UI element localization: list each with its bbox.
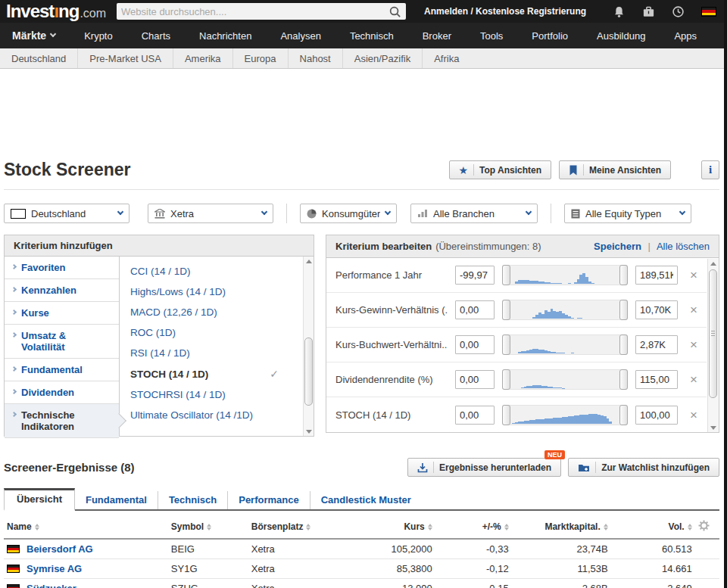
max-input[interactable] bbox=[635, 335, 678, 354]
site-search[interactable] bbox=[117, 3, 406, 20]
category-kurse[interactable]: Kurse bbox=[5, 302, 119, 325]
nav-analysen[interactable]: Analysen bbox=[266, 30, 335, 42]
investing-logo[interactable]: Investıng .com bbox=[6, 1, 106, 22]
slider-handle-right[interactable] bbox=[619, 300, 628, 320]
nav-ausbildung[interactable]: Ausbildung bbox=[582, 30, 660, 42]
clear-all-link[interactable]: Alle löschen bbox=[657, 241, 710, 252]
indicator-stochrsi[interactable]: STOCHRSI (14 / 1D) bbox=[130, 384, 298, 405]
tab-technisch[interactable]: Technisch bbox=[158, 491, 228, 509]
remove-criterion-icon[interactable]: × bbox=[685, 409, 702, 422]
nav-charts[interactable]: Charts bbox=[127, 30, 185, 42]
min-input[interactable] bbox=[455, 406, 495, 425]
scroll-down-arrow[interactable] bbox=[708, 423, 719, 432]
search-input[interactable] bbox=[121, 6, 388, 17]
max-input[interactable] bbox=[635, 300, 678, 319]
language-german-flag-icon[interactable] bbox=[701, 7, 716, 17]
category-dividenden[interactable]: Dividenden bbox=[5, 381, 119, 404]
remove-criterion-icon[interactable]: × bbox=[685, 373, 702, 386]
download-results-button[interactable]: Ergebnisse herunterladen bbox=[407, 458, 561, 477]
slider-handle-left[interactable] bbox=[502, 265, 510, 285]
indicator-ultimate-oscillator[interactable]: Ultimate Oscillator (14 /1D) bbox=[130, 405, 298, 425]
subnav-afrika[interactable]: Afrika bbox=[423, 48, 470, 68]
indicator-stoch-selected[interactable]: STOCH (14 / 1D)✓ bbox=[130, 363, 298, 384]
save-link[interactable]: Speichern bbox=[594, 241, 641, 252]
column-settings-gear-icon[interactable] bbox=[698, 520, 710, 531]
min-input[interactable] bbox=[455, 370, 495, 389]
category-kennzahlen[interactable]: Kennzahlen bbox=[5, 279, 119, 302]
category-umsatz-volatilitaet[interactable]: Umsatz & Volatilität bbox=[5, 325, 119, 359]
sector-select[interactable]: Konsumgüter / nicht z bbox=[300, 204, 397, 223]
slider-handle-left[interactable] bbox=[502, 300, 510, 320]
indicator-highs-lows[interactable]: Highs/Lows (14 / 1D) bbox=[130, 282, 298, 302]
max-input[interactable] bbox=[635, 406, 678, 425]
remove-criterion-icon[interactable]: × bbox=[685, 269, 702, 282]
subnav-premarket-usa[interactable]: Pre-Market USA bbox=[78, 48, 173, 68]
scroll-up-arrow[interactable] bbox=[304, 257, 314, 266]
indicator-roc[interactable]: ROC (1D) bbox=[130, 322, 298, 343]
subnav-amerika[interactable]: Amerika bbox=[173, 48, 233, 68]
nav-technisch[interactable]: Technisch bbox=[335, 30, 408, 42]
criteria-scrollbar[interactable] bbox=[707, 259, 719, 432]
slider-handle-right[interactable] bbox=[619, 369, 628, 390]
notifications-bell-icon[interactable] bbox=[613, 5, 626, 18]
scroll-down-arrow[interactable] bbox=[304, 427, 314, 436]
category-technische-indikatoren[interactable]: Technische Indikatoren bbox=[5, 404, 119, 438]
nav-portfolio[interactable]: Portfolio bbox=[517, 30, 582, 42]
stock-link[interactable]: Beiersdorf AG bbox=[27, 543, 93, 555]
portfolio-briefcase-icon[interactable] bbox=[642, 5, 655, 18]
remove-criterion-icon[interactable]: × bbox=[685, 338, 702, 351]
category-fundamental[interactable]: Fundamental bbox=[5, 359, 119, 381]
slider-handle-left[interactable] bbox=[502, 369, 510, 390]
sort-icon[interactable] bbox=[604, 524, 608, 530]
subnav-europa[interactable]: Europa bbox=[233, 48, 289, 68]
nav-tools[interactable]: Tools bbox=[466, 30, 517, 42]
info-button[interactable]: i bbox=[701, 160, 719, 179]
tab-fundamental[interactable]: Fundamental bbox=[75, 491, 158, 509]
indicator-macd[interactable]: MACD (12,26 / 1D) bbox=[130, 302, 298, 322]
stock-link[interactable]: Symrise AG bbox=[27, 563, 82, 574]
recent-clock-icon[interactable] bbox=[672, 5, 685, 18]
min-input[interactable] bbox=[455, 300, 495, 319]
min-input[interactable] bbox=[455, 335, 495, 354]
subnav-deutschland[interactable]: Deutschland bbox=[0, 48, 78, 68]
max-input[interactable] bbox=[635, 370, 678, 389]
my-views-button[interactable]: Meine Ansichten bbox=[559, 160, 671, 179]
industry-select[interactable]: Alle Branchen bbox=[410, 204, 538, 223]
tab-candlestick-muster[interactable]: Candlestick Muster bbox=[310, 491, 422, 509]
nav-maerkte[interactable]: Märkte bbox=[8, 30, 70, 42]
min-input[interactable] bbox=[455, 266, 495, 285]
subnav-asien-pazifik[interactable]: Asien/Pazifik bbox=[343, 48, 423, 68]
nav-krypto[interactable]: Krypto bbox=[70, 30, 127, 42]
slider-handle-left[interactable] bbox=[502, 405, 510, 425]
country-select[interactable]: Deutschland bbox=[4, 204, 129, 223]
slider-handle-right[interactable] bbox=[619, 334, 628, 355]
sort-icon[interactable] bbox=[688, 524, 692, 530]
sort-icon[interactable] bbox=[35, 524, 39, 530]
equity-type-select[interactable]: Alle Equity Typen bbox=[564, 204, 691, 223]
tab-performance[interactable]: Performance bbox=[228, 491, 310, 509]
max-input[interactable] bbox=[635, 266, 678, 285]
indicator-list-scrollbar[interactable] bbox=[303, 257, 314, 436]
indicator-cci[interactable]: CCI (14 / 1D) bbox=[130, 261, 298, 282]
sort-icon[interactable] bbox=[207, 524, 211, 530]
indicator-rsi[interactable]: RSI (14 / 1D) bbox=[130, 343, 298, 363]
slider-handle-left[interactable] bbox=[502, 334, 510, 355]
slider-handle-right[interactable] bbox=[619, 405, 628, 425]
nav-nachrichten[interactable]: Nachrichten bbox=[185, 30, 266, 42]
top-views-button[interactable]: ★ Top Ansichten bbox=[449, 160, 552, 179]
remove-criterion-icon[interactable]: × bbox=[685, 303, 702, 316]
nav-apps[interactable]: Apps bbox=[660, 30, 711, 42]
category-favoriten[interactable]: Favoriten bbox=[5, 257, 119, 279]
sort-icon[interactable] bbox=[428, 524, 432, 530]
add-to-watchlist-button[interactable]: Zur Watchlist hinzufügen bbox=[568, 458, 719, 477]
scrollbar-thumb[interactable] bbox=[304, 338, 313, 406]
sort-icon[interactable] bbox=[504, 524, 509, 530]
scroll-up-arrow[interactable] bbox=[708, 259, 719, 268]
search-icon[interactable] bbox=[388, 5, 401, 18]
sort-icon[interactable] bbox=[306, 524, 310, 530]
stock-link[interactable]: Südzucker bbox=[27, 583, 76, 588]
scrollbar-thumb[interactable] bbox=[709, 269, 717, 398]
signin-link[interactable]: Anmelden / Kostenlose Registrierung bbox=[424, 6, 586, 17]
slider-handle-right[interactable] bbox=[619, 265, 628, 285]
exchange-select[interactable]: Xetra bbox=[148, 204, 273, 223]
